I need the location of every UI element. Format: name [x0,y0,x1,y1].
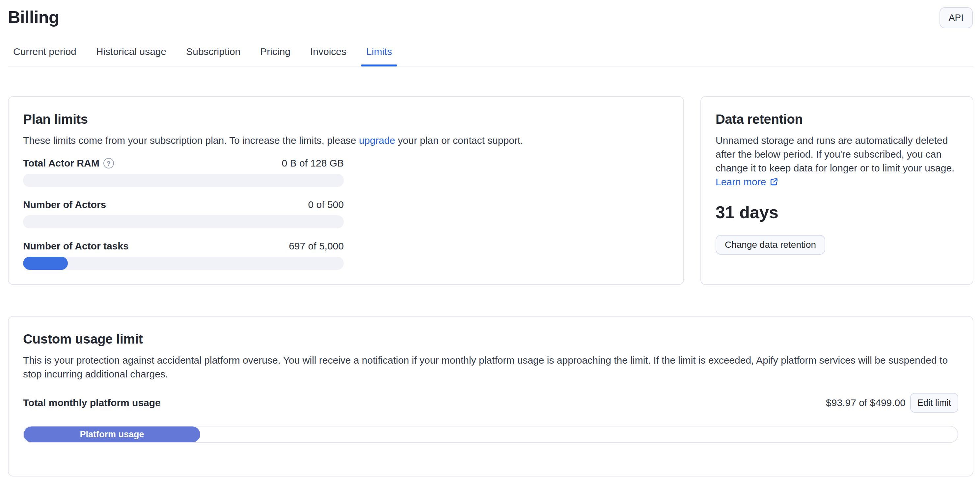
plan-limits-title: Plan limits [23,111,669,127]
limit-value-actors: 0 of 500 [308,199,344,211]
tab-current-period[interactable]: Current period [8,38,82,66]
change-data-retention-button[interactable]: Change data retention [716,235,825,255]
page-header: Billing API [0,0,980,28]
data-retention-title: Data retention [716,111,958,127]
tab-historical-usage[interactable]: Historical usage [91,38,172,66]
plan-limits-rows: Total Actor RAM ? 0 B of 128 GB Number o… [23,157,344,270]
usage-label: Total monthly platform usage [23,397,826,408]
limit-row-actor-ram: Total Actor RAM ? 0 B of 128 GB [23,157,344,187]
learn-more-link[interactable]: Learn more [716,175,778,189]
page-title: Billing [8,7,59,27]
custom-usage-limit-description: This is your protection against accident… [23,353,958,381]
data-retention-card: Data retention Unnamed storage and runs … [700,96,974,285]
upgrade-link[interactable]: upgrade [359,135,395,146]
learn-more-label: Learn more [716,175,766,189]
limit-label-text: Total Actor RAM [23,157,99,169]
main-content: Plan limits These limits come from your … [0,67,980,476]
tab-subscription[interactable]: Subscription [181,38,246,66]
api-button[interactable]: API [940,7,973,28]
platform-usage-bar-label: Platform usage [80,429,144,440]
external-link-icon [769,177,778,187]
usage-value: $93.97 of $499.00 [826,397,905,408]
custom-usage-limit-title: Custom usage limit [23,331,958,347]
progress-fill-actor-tasks [23,257,68,270]
plan-limits-description-text: These limits come from your subscription… [23,135,359,146]
retention-period-value: 31 days [716,202,958,222]
data-retention-description: Unnamed storage and runs are automatical… [716,133,958,175]
limit-value-actor-tasks: 697 of 5,000 [289,240,344,252]
progress-track-actor-ram [23,174,344,187]
limit-label-actor-tasks: Number of Actor tasks [23,240,129,252]
tab-invoices[interactable]: Invoices [305,38,352,66]
progress-track-actors [23,215,344,229]
limit-label-actor-ram: Total Actor RAM ? [23,157,114,169]
limit-row-actors: Number of Actors 0 of 500 [23,199,344,229]
progress-track-actor-tasks [23,257,344,270]
limit-label-actors: Number of Actors [23,199,106,211]
plan-limits-description-text-after: your plan or contact support. [395,135,523,146]
help-icon[interactable]: ? [103,158,114,168]
limit-row-actor-tasks: Number of Actor tasks 697 of 5,000 [23,240,344,270]
custom-usage-limit-card: Custom usage limit This is your protecti… [8,316,974,476]
limit-value-actor-ram: 0 B of 128 GB [282,157,344,169]
billing-tabs: Current period Historical usage Subscrip… [8,38,974,67]
platform-usage-fill: Platform usage [24,427,200,442]
plan-limits-card: Plan limits These limits come from your … [8,96,684,285]
edit-limit-button[interactable]: Edit limit [910,393,958,413]
usage-summary-row: Total monthly platform usage $93.97 of $… [23,393,958,413]
platform-usage-track: Platform usage [23,426,958,443]
plan-limits-description: These limits come from your subscription… [23,133,669,148]
tab-limits[interactable]: Limits [361,38,397,66]
tab-pricing[interactable]: Pricing [255,38,296,66]
